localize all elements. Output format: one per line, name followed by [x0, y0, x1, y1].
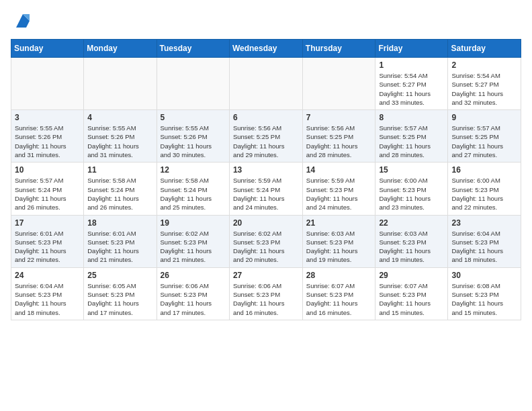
day-number: 28 [306, 271, 372, 280]
calendar-cell: 29Sunrise: 6:07 AM Sunset: 5:23 PM Dayli… [375, 267, 448, 320]
day-number: 26 [161, 271, 226, 280]
day-number: 6 [233, 113, 299, 122]
calendar-cell: 28Sunrise: 6:07 AM Sunset: 5:23 PM Dayli… [302, 267, 375, 320]
day-number: 12 [161, 165, 226, 175]
calendar-cell: 7Sunrise: 5:56 AM Sunset: 5:25 PM Daylig… [302, 110, 375, 163]
day-info: Sunrise: 6:07 AM Sunset: 5:23 PM Dayligh… [379, 281, 444, 317]
calendar-cell: 19Sunrise: 6:02 AM Sunset: 5:23 PM Dayli… [157, 215, 229, 267]
day-info: Sunrise: 5:55 AM Sunset: 5:26 PM Dayligh… [15, 124, 80, 159]
day-number: 16 [451, 165, 517, 175]
day-number: 20 [233, 218, 299, 228]
calendar-cell: 12Sunrise: 5:58 AM Sunset: 5:24 PM Dayli… [157, 163, 229, 215]
calendar-cell: 27Sunrise: 6:06 AM Sunset: 5:23 PM Dayli… [229, 267, 302, 320]
day-info: Sunrise: 6:05 AM Sunset: 5:23 PM Dayligh… [87, 281, 152, 317]
calendar-week-4: 17Sunrise: 6:01 AM Sunset: 5:23 PM Dayli… [11, 215, 521, 267]
calendar-header-row: SundayMondayTuesdayWednesdayThursdayFrid… [11, 40, 521, 58]
calendar-cell: 25Sunrise: 6:05 AM Sunset: 5:23 PM Dayli… [84, 267, 157, 320]
day-info: Sunrise: 6:07 AM Sunset: 5:23 PM Dayligh… [306, 281, 372, 317]
day-info: Sunrise: 6:02 AM Sunset: 5:23 PM Dayligh… [233, 229, 299, 265]
calendar-cell: 9Sunrise: 5:57 AM Sunset: 5:25 PM Daylig… [448, 110, 521, 163]
calendar-cell [11, 58, 84, 110]
calendar-week-5: 24Sunrise: 6:04 AM Sunset: 5:23 PM Dayli… [11, 267, 521, 320]
day-number: 3 [15, 113, 80, 122]
calendar-cell: 11Sunrise: 5:58 AM Sunset: 5:24 PM Dayli… [84, 163, 157, 215]
day-number: 2 [451, 60, 517, 70]
day-number: 22 [379, 218, 444, 228]
calendar-week-2: 3Sunrise: 5:55 AM Sunset: 5:26 PM Daylig… [11, 110, 521, 163]
weekday-header-friday: Friday [375, 40, 448, 58]
calendar-cell: 24Sunrise: 6:04 AM Sunset: 5:23 PM Dayli… [11, 267, 84, 320]
day-number: 11 [87, 165, 152, 175]
weekday-header-wednesday: Wednesday [229, 40, 302, 58]
calendar-cell: 30Sunrise: 6:08 AM Sunset: 5:23 PM Dayli… [448, 267, 521, 320]
day-info: Sunrise: 6:08 AM Sunset: 5:23 PM Dayligh… [451, 281, 517, 317]
day-info: Sunrise: 5:55 AM Sunset: 5:26 PM Dayligh… [87, 124, 152, 159]
day-info: Sunrise: 6:00 AM Sunset: 5:23 PM Dayligh… [379, 176, 444, 212]
day-info: Sunrise: 6:01 AM Sunset: 5:23 PM Dayligh… [87, 229, 152, 265]
calendar-cell: 1Sunrise: 5:54 AM Sunset: 5:27 PM Daylig… [375, 58, 448, 110]
calendar-cell: 17Sunrise: 6:01 AM Sunset: 5:23 PM Dayli… [11, 215, 84, 267]
weekday-header-saturday: Saturday [448, 40, 521, 58]
day-info: Sunrise: 5:57 AM Sunset: 5:25 PM Dayligh… [451, 124, 517, 159]
day-number: 9 [451, 113, 517, 122]
day-info: Sunrise: 6:06 AM Sunset: 5:23 PM Dayligh… [233, 281, 299, 317]
calendar-cell: 22Sunrise: 6:03 AM Sunset: 5:23 PM Dayli… [375, 215, 448, 267]
calendar-cell [84, 58, 157, 110]
day-info: Sunrise: 6:04 AM Sunset: 5:23 PM Dayligh… [451, 229, 517, 265]
calendar-cell [157, 58, 229, 110]
day-info: Sunrise: 5:58 AM Sunset: 5:24 PM Dayligh… [161, 176, 226, 212]
day-info: Sunrise: 5:59 AM Sunset: 5:23 PM Dayligh… [306, 176, 372, 212]
day-number: 23 [451, 218, 517, 228]
day-number: 4 [87, 113, 152, 122]
day-number: 19 [161, 218, 226, 228]
calendar-table: SundayMondayTuesdayWednesdayThursdayFrid… [11, 39, 521, 320]
calendar-cell: 26Sunrise: 6:06 AM Sunset: 5:23 PM Dayli… [157, 267, 229, 320]
calendar-cell: 6Sunrise: 5:56 AM Sunset: 5:25 PM Daylig… [229, 110, 302, 163]
day-info: Sunrise: 6:01 AM Sunset: 5:23 PM Dayligh… [15, 229, 80, 265]
day-info: Sunrise: 6:02 AM Sunset: 5:23 PM Dayligh… [161, 229, 226, 265]
calendar-cell: 21Sunrise: 6:03 AM Sunset: 5:23 PM Dayli… [302, 215, 375, 267]
calendar-cell [229, 58, 302, 110]
calendar-week-1: 1Sunrise: 5:54 AM Sunset: 5:27 PM Daylig… [11, 58, 521, 110]
day-info: Sunrise: 5:56 AM Sunset: 5:25 PM Dayligh… [306, 124, 372, 159]
day-info: Sunrise: 5:56 AM Sunset: 5:25 PM Dayligh… [233, 124, 299, 159]
day-number: 15 [379, 165, 444, 175]
day-number: 21 [306, 218, 372, 228]
page-header [11, 11, 521, 31]
day-info: Sunrise: 5:59 AM Sunset: 5:24 PM Dayligh… [233, 176, 299, 212]
day-info: Sunrise: 6:06 AM Sunset: 5:23 PM Dayligh… [161, 281, 226, 317]
calendar-cell: 15Sunrise: 6:00 AM Sunset: 5:23 PM Dayli… [375, 163, 448, 215]
calendar-cell: 16Sunrise: 6:00 AM Sunset: 5:23 PM Dayli… [448, 163, 521, 215]
day-number: 18 [87, 218, 152, 228]
calendar-cell: 23Sunrise: 6:04 AM Sunset: 5:23 PM Dayli… [448, 215, 521, 267]
day-info: Sunrise: 5:58 AM Sunset: 5:24 PM Dayligh… [87, 176, 152, 212]
calendar-cell: 4Sunrise: 5:55 AM Sunset: 5:26 PM Daylig… [84, 110, 157, 163]
day-info: Sunrise: 6:04 AM Sunset: 5:23 PM Dayligh… [15, 281, 80, 317]
day-info: Sunrise: 6:03 AM Sunset: 5:23 PM Dayligh… [306, 229, 372, 265]
calendar-cell: 13Sunrise: 5:59 AM Sunset: 5:24 PM Dayli… [229, 163, 302, 215]
day-number: 14 [306, 165, 372, 175]
calendar-cell: 18Sunrise: 6:01 AM Sunset: 5:23 PM Dayli… [84, 215, 157, 267]
weekday-header-monday: Monday [84, 40, 157, 58]
day-number: 5 [161, 113, 226, 122]
day-info: Sunrise: 5:57 AM Sunset: 5:24 PM Dayligh… [15, 176, 80, 212]
calendar-cell: 14Sunrise: 5:59 AM Sunset: 5:23 PM Dayli… [302, 163, 375, 215]
day-number: 7 [306, 113, 372, 122]
day-number: 1 [379, 60, 444, 70]
day-info: Sunrise: 5:54 AM Sunset: 5:27 PM Dayligh… [451, 71, 517, 107]
day-number: 24 [15, 271, 80, 280]
weekday-header-tuesday: Tuesday [157, 40, 229, 58]
calendar-cell [302, 58, 375, 110]
day-info: Sunrise: 6:03 AM Sunset: 5:23 PM Dayligh… [379, 229, 444, 265]
day-info: Sunrise: 5:54 AM Sunset: 5:27 PM Dayligh… [379, 71, 444, 107]
day-number: 29 [379, 271, 444, 280]
day-info: Sunrise: 5:55 AM Sunset: 5:26 PM Dayligh… [161, 124, 226, 159]
day-number: 27 [233, 271, 299, 280]
weekday-header-thursday: Thursday [302, 40, 375, 58]
weekday-header-sunday: Sunday [11, 40, 84, 58]
day-number: 17 [15, 218, 80, 228]
calendar-cell: 8Sunrise: 5:57 AM Sunset: 5:25 PM Daylig… [375, 110, 448, 163]
day-number: 8 [379, 113, 444, 122]
day-number: 10 [15, 165, 80, 175]
day-info: Sunrise: 5:57 AM Sunset: 5:25 PM Dayligh… [379, 124, 444, 159]
